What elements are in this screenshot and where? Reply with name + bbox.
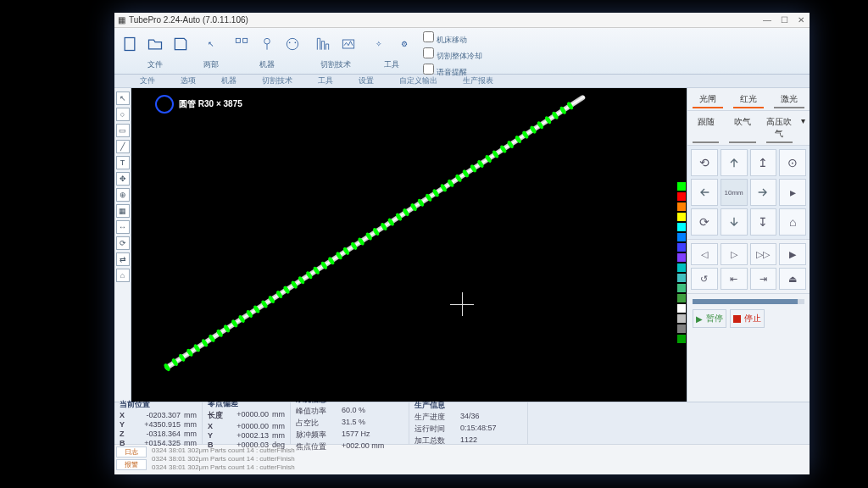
color-swatch[interactable] [677, 253, 686, 262]
gear-icon[interactable]: ⚙ [392, 30, 416, 58]
color-swatch[interactable] [677, 243, 686, 252]
tool-rotate[interactable]: ⟳ [116, 236, 130, 250]
color-swatch[interactable] [677, 263, 686, 272]
labels-readout: 系统信息峰值功率60.0 %占空比31.5 %脉冲频率1577 Hz焦点位置+0… [291, 402, 409, 444]
jog-up-button[interactable] [721, 149, 748, 176]
jog-home-button[interactable]: ⌂ [779, 208, 806, 236]
jog-speed-display[interactable]: 10mm [721, 179, 748, 206]
jog-cw-button[interactable]: ⟳ [691, 208, 718, 236]
jog-chuck-button[interactable]: ⊙ [779, 149, 806, 176]
tool-home[interactable]: ⌂ [116, 269, 130, 282]
tool-line[interactable]: ╱ [116, 140, 130, 153]
toggle-follow[interactable]: 跟随 [687, 111, 724, 145]
color-swatch[interactable] [677, 192, 686, 201]
open-file-button[interactable] [143, 30, 167, 58]
close-button[interactable]: ✕ [796, 15, 806, 25]
menu-item[interactable]: 工具 [318, 75, 333, 86]
proc-button[interactable]: ⇥ [750, 268, 777, 290]
jog-step-button[interactable]: ▸ [779, 179, 806, 206]
tool-button[interactable] [337, 30, 360, 58]
toggle-redlight[interactable]: 红光 [728, 88, 769, 110]
tool-button[interactable] [255, 30, 279, 58]
toggle-shutter[interactable]: 光闸 [687, 88, 728, 110]
jog-ccw-button[interactable]: ⟲ [691, 149, 718, 176]
toggle-laser[interactable]: 激光 [769, 88, 810, 110]
color-swatch-bar [676, 88, 687, 402]
proc-button[interactable]: ⏏ [779, 268, 806, 290]
menu-item[interactable]: 文件 [140, 75, 155, 86]
tool-button[interactable] [281, 30, 304, 58]
proc-button[interactable]: ▷ [721, 243, 748, 265]
color-swatch[interactable] [677, 213, 686, 221]
ribbon-label: 机器 [259, 59, 275, 70]
color-swatch[interactable] [677, 304, 686, 313]
jog-right-button[interactable] [750, 179, 777, 206]
tool-circle[interactable]: ○ [116, 108, 130, 121]
log-tab[interactable]: 日志 [116, 446, 147, 458]
app-title: TubePro 2.24-Auto (7.0.11.106) [129, 15, 248, 25]
color-swatch[interactable] [677, 182, 686, 191]
svg-point-3 [264, 38, 270, 44]
log-panel: 日志 报警 0324 38:01 302μm Parts count 14 : … [114, 444, 810, 474]
check-option[interactable]: 切割整体冷却 [423, 47, 482, 62]
tool-button[interactable] [230, 30, 253, 58]
svg-rect-1 [236, 38, 240, 42]
color-swatch[interactable] [677, 233, 686, 241]
color-swatch[interactable] [677, 294, 686, 302]
tool-button[interactable] [311, 30, 335, 58]
minimize-button[interactable]: — [762, 15, 772, 25]
tool-rect[interactable]: ▭ [116, 124, 130, 137]
pause-button[interactable]: 暂停 [693, 309, 726, 328]
menu-item[interactable]: 机器 [221, 75, 236, 86]
tool-zoom[interactable]: ⊕ [116, 188, 130, 202]
proc-button[interactable]: ▶ [779, 243, 806, 265]
tool-button[interactable]: ✧ [367, 30, 391, 58]
tool-mirror[interactable]: ⇄ [116, 252, 130, 266]
tool-move[interactable]: ✥ [116, 172, 130, 186]
stop-button[interactable]: 停止 [730, 309, 765, 328]
3d-viewport[interactable]: 圆管 R30 × 3875 [131, 88, 676, 402]
expand-icon[interactable]: ▾ [798, 111, 810, 145]
select-button[interactable]: ↖ [199, 30, 223, 58]
menu-item[interactable]: 自定义输出 [399, 75, 437, 86]
tool-grid[interactable]: ▦ [116, 204, 130, 218]
tool-pointer[interactable]: ↖ [116, 92, 130, 105]
menu-item[interactable]: 选项 [181, 75, 196, 86]
ribbon-label-file: 文件 [147, 59, 163, 70]
color-swatch[interactable] [677, 274, 686, 282]
jog-z-up-button[interactable]: ↥ [750, 149, 777, 176]
jog-down-button[interactable] [721, 208, 748, 236]
color-swatch[interactable] [677, 202, 686, 211]
jog-z-down-button[interactable]: ↧ [750, 208, 777, 236]
ribbon-toolbar: 文件 ↖ 两部 机器 切割技术 ✧ ⚙ 工具 机床移动 切割整体冷却 语音提醒 [114, 28, 810, 75]
proc-button[interactable]: ▷▷ [750, 243, 777, 265]
status-bar: 当前位置X-0203.307mmY+4350.915mmZ-0318.364mm… [114, 402, 810, 444]
log-tabs: 日志 报警 [114, 445, 148, 474]
toggle-blow[interactable]: 吹气 [724, 111, 760, 145]
color-swatch[interactable] [677, 314, 686, 323]
toggle-hp-blow[interactable]: 高压吹气 [761, 111, 798, 145]
log-tab[interactable]: 报警 [116, 459, 147, 470]
work-readout: 生产信息生产进度34/36运行时间0:15:48:57加工总数1122 [409, 402, 528, 444]
svg-rect-7 [342, 40, 353, 48]
menu-item[interactable]: 生产报表 [463, 75, 493, 86]
check-option[interactable]: 机床移动 [423, 31, 467, 46]
color-swatch[interactable] [677, 324, 686, 333]
menu-item[interactable]: 设置 [359, 75, 374, 86]
save-file-button[interactable] [169, 30, 192, 58]
proc-button[interactable]: ↺ [691, 268, 718, 290]
tool-measure[interactable]: ↔ [116, 220, 130, 234]
color-swatch[interactable] [677, 335, 686, 343]
tool-text[interactable]: T [116, 156, 130, 169]
proc-button[interactable]: ⇤ [721, 268, 748, 290]
menu-item[interactable]: 切割技术 [262, 75, 292, 86]
maximize-button[interactable]: ☐ [779, 15, 789, 25]
proc-button[interactable]: ◁ [691, 243, 718, 265]
ribbon-group-file: 文件 [114, 28, 196, 74]
color-swatch[interactable] [677, 284, 686, 292]
jog-left-button[interactable] [691, 179, 718, 206]
left-toolbar: ↖ ○ ▭ ╱ T ✥ ⊕ ▦ ↔ ⟳ ⇄ ⌂ [114, 88, 131, 402]
new-file-button[interactable] [118, 30, 142, 58]
app-window: ▦ TubePro 2.24-Auto (7.0.11.106) — ☐ ✕ 文… [114, 13, 810, 474]
color-swatch[interactable] [677, 223, 686, 231]
